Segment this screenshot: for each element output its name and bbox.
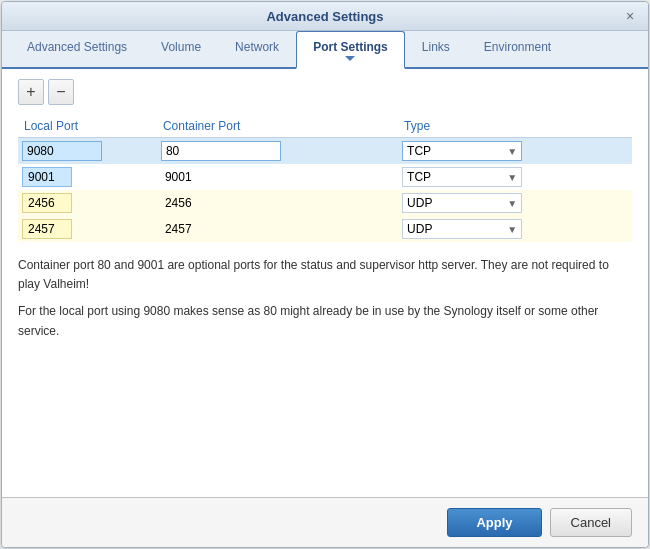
type-select-3[interactable]: UDP ▼ xyxy=(402,193,522,213)
col-header-type: Type xyxy=(398,115,632,138)
container-port-value-4: 2457 xyxy=(161,220,196,238)
local-port-value-2: 9001 xyxy=(22,167,72,187)
type-cell: UDP ▼ xyxy=(398,190,632,216)
container-port-cell: 9001 xyxy=(157,164,398,190)
container-port-value-3: 2456 xyxy=(161,194,196,212)
container-port-input-1[interactable] xyxy=(161,141,281,161)
type-cell: TCP ▼ xyxy=(398,138,632,165)
type-cell: TCP ▼ xyxy=(398,164,632,190)
advanced-settings-dialog: Advanced Settings × Advanced Settings Vo… xyxy=(1,1,649,548)
chevron-down-icon: ▼ xyxy=(507,146,517,157)
container-port-value-2: 9001 xyxy=(161,168,196,186)
container-port-cell: 2456 xyxy=(157,190,398,216)
title-bar: Advanced Settings × xyxy=(2,2,648,31)
type-value-3: UDP xyxy=(407,196,432,210)
dialog-footer: Apply Cancel xyxy=(2,497,648,547)
table-row: 2457 2457 UDP ▼ xyxy=(18,216,632,242)
col-header-local-port: Local Port xyxy=(18,115,157,138)
content-area: + − Local Port Container Port Type xyxy=(2,69,648,497)
local-port-value-3: 2456 xyxy=(22,193,72,213)
cancel-button[interactable]: Cancel xyxy=(550,508,632,537)
tab-port-settings[interactable]: Port Settings xyxy=(296,31,405,69)
chevron-down-icon: ▼ xyxy=(507,198,517,209)
type-select-4[interactable]: UDP ▼ xyxy=(402,219,522,239)
toolbar: + − xyxy=(18,79,632,105)
tab-bar: Advanced Settings Volume Network Port Se… xyxy=(2,31,648,69)
table-row: 2456 2456 UDP ▼ xyxy=(18,190,632,216)
local-port-input-1[interactable] xyxy=(22,141,102,161)
tab-network[interactable]: Network xyxy=(218,31,296,69)
tab-active-indicator xyxy=(345,56,355,61)
table-row: 9001 9001 TCP ▼ xyxy=(18,164,632,190)
port-table: Local Port Container Port Type xyxy=(18,115,632,242)
local-port-cell: 2456 xyxy=(18,190,157,216)
container-port-cell xyxy=(157,138,398,165)
local-port-cell xyxy=(18,138,157,165)
note-1: Container port 80 and 9001 are optional … xyxy=(18,256,632,294)
local-port-value-4: 2457 xyxy=(22,219,72,239)
type-select-1[interactable]: TCP ▼ xyxy=(402,141,522,161)
remove-button[interactable]: − xyxy=(48,79,74,105)
container-port-cell: 2457 xyxy=(157,216,398,242)
tab-links[interactable]: Links xyxy=(405,31,467,69)
type-value-1: TCP xyxy=(407,144,431,158)
type-value-2: TCP xyxy=(407,170,431,184)
close-button[interactable]: × xyxy=(622,8,638,24)
chevron-down-icon: ▼ xyxy=(507,224,517,235)
note-2: For the local port using 9080 makes sens… xyxy=(18,302,632,340)
type-value-4: UDP xyxy=(407,222,432,236)
apply-button[interactable]: Apply xyxy=(447,508,541,537)
col-header-container-port: Container Port xyxy=(157,115,398,138)
local-port-cell: 2457 xyxy=(18,216,157,242)
tab-volume[interactable]: Volume xyxy=(144,31,218,69)
add-button[interactable]: + xyxy=(18,79,44,105)
tab-environment[interactable]: Environment xyxy=(467,31,568,69)
type-select-2[interactable]: TCP ▼ xyxy=(402,167,522,187)
type-cell: UDP ▼ xyxy=(398,216,632,242)
dialog-title: Advanced Settings xyxy=(28,9,622,24)
tab-advanced-settings[interactable]: Advanced Settings xyxy=(10,31,144,69)
chevron-down-icon: ▼ xyxy=(507,172,517,183)
local-port-cell: 9001 xyxy=(18,164,157,190)
table-row: TCP ▼ xyxy=(18,138,632,165)
